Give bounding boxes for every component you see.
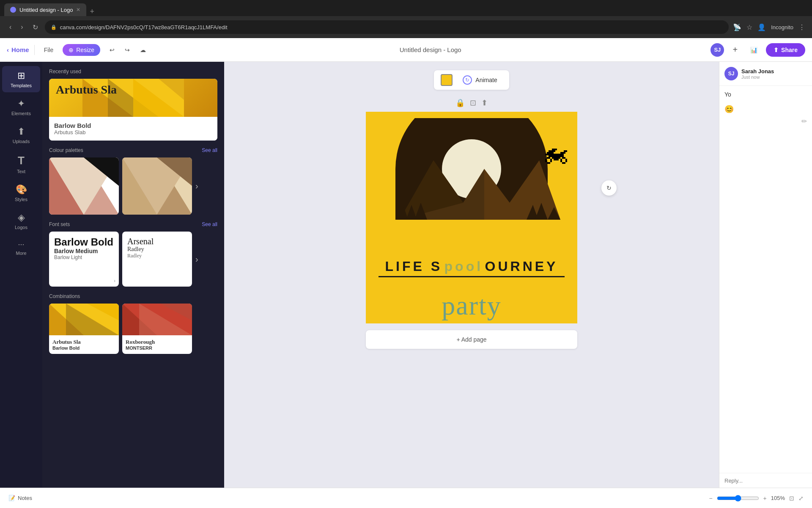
address-bar[interactable]: 🔒 canva.com/design/DAFNV2ps0cQ/T17wz8eaG… bbox=[45, 20, 729, 34]
canvas-frame-icons: 🔒 ⊡ ⬆ bbox=[455, 98, 488, 108]
sidebar-item-more[interactable]: ··· More bbox=[2, 236, 40, 260]
motocross-rider: 🏍 bbox=[542, 137, 569, 168]
uploads-icon: ⬆ bbox=[17, 126, 25, 137]
fs2-name3: Radley bbox=[127, 253, 187, 259]
rotate-circle[interactable]: ↻ bbox=[601, 180, 617, 196]
zoom-controls: − + 105% ⊡ ⤢ bbox=[709, 495, 804, 502]
animate-button[interactable]: ↻ Animate bbox=[458, 73, 502, 87]
menu-icon[interactable]: ⋮ bbox=[798, 23, 805, 31]
save-button[interactable]: ☁ bbox=[136, 44, 150, 56]
palette-card-2[interactable] bbox=[122, 157, 192, 215]
add-page-label: + Add page bbox=[456, 336, 486, 343]
fontsets-next-icon[interactable]: › bbox=[195, 254, 198, 264]
export-icon[interactable]: ⬆ bbox=[481, 98, 488, 108]
share-icon: ⬆ bbox=[774, 47, 779, 53]
underline1 bbox=[379, 276, 565, 277]
sidebar-item-logos[interactable]: ◈ Logos bbox=[2, 208, 40, 234]
combo-card-2[interactable]: Roxborough MONTSERR bbox=[122, 304, 192, 354]
tab-close-btn[interactable]: ✕ bbox=[76, 7, 80, 13]
font-sets-header: Font sets See all bbox=[49, 221, 217, 227]
profile-icon[interactable]: 👤 bbox=[757, 23, 766, 31]
comment-time: Just now bbox=[741, 75, 774, 80]
canvas-area: ↻ Animate 🔒 ⊡ ⬆ bbox=[224, 62, 719, 488]
home-chevron-icon: ‹ bbox=[7, 46, 9, 53]
journey-text: OURNEY bbox=[485, 259, 558, 274]
toolbar-right: SJ + 📊 ⬆ Share bbox=[710, 42, 805, 57]
app: ‹ Home File ⊕ Resize ↩ ↪ ☁ Untitled desi… bbox=[0, 38, 812, 508]
combinations-label: Combinations bbox=[49, 293, 80, 299]
new-tab-button[interactable]: + bbox=[90, 7, 94, 16]
reload-button[interactable]: ↻ bbox=[30, 22, 41, 33]
back-button[interactable]: ‹ bbox=[7, 22, 14, 33]
lock-canvas-icon[interactable]: 🔒 bbox=[455, 98, 465, 108]
zoom-out-icon[interactable]: − bbox=[709, 495, 712, 502]
sidebar-item-elements[interactable]: ✦ Elements bbox=[2, 94, 40, 120]
cursor-hint: › bbox=[114, 278, 115, 283]
fit-page-icon[interactable]: ⊡ bbox=[789, 495, 794, 502]
cast-icon[interactable]: 📡 bbox=[733, 23, 741, 31]
elements-icon: ✦ bbox=[17, 98, 25, 109]
sidebar-item-uploads[interactable]: ⬆ Uploads bbox=[2, 122, 40, 148]
edit-comment-icon[interactable]: ✏ bbox=[719, 116, 812, 127]
life-journey-text: LIFE S pool OURNEY bbox=[366, 259, 577, 279]
fontset-card-1[interactable]: Barlow Bold Barlow Medium Barlow Light › bbox=[49, 232, 119, 287]
palette-svg-2 bbox=[122, 157, 192, 215]
lock-icon: 🔒 bbox=[51, 25, 57, 30]
file-button[interactable]: File bbox=[40, 44, 58, 56]
add-page-button[interactable]: + Add page bbox=[366, 330, 577, 349]
reply-input[interactable] bbox=[724, 478, 807, 484]
analytics-button[interactable]: 📊 bbox=[746, 44, 762, 56]
ru-font2: Barlow Bold bbox=[54, 122, 212, 129]
zoom-slider[interactable] bbox=[717, 495, 759, 502]
combo-card-1[interactable]: Arbutus Sla Barlow Bold bbox=[49, 304, 119, 354]
toolbar-history: ↩ ↪ ☁ bbox=[105, 44, 150, 56]
comment-reply-area[interactable] bbox=[719, 473, 812, 488]
app-toolbar: ‹ Home File ⊕ Resize ↩ ↪ ☁ Untitled desi… bbox=[0, 38, 812, 62]
add-button[interactable]: + bbox=[728, 42, 742, 57]
fullscreen-icon[interactable]: ⤢ bbox=[798, 495, 804, 502]
forward-button[interactable]: › bbox=[18, 22, 25, 33]
comment-text: Yo bbox=[719, 86, 812, 103]
recently-used-card[interactable]: Arbutus Sla Barlow Bold Arbutus Slab bbox=[49, 79, 217, 141]
palette-next-icon[interactable]: › bbox=[195, 181, 198, 191]
zoom-in-icon[interactable]: + bbox=[763, 495, 767, 502]
combo1-font1: Arbutus Sla bbox=[52, 339, 115, 345]
combinations-header: Combinations bbox=[49, 293, 217, 299]
color-swatch[interactable] bbox=[441, 74, 453, 86]
palettes-see-all[interactable]: See all bbox=[202, 147, 217, 153]
combo-svg-2 bbox=[122, 304, 192, 335]
share-button[interactable]: ⬆ Share bbox=[766, 43, 805, 57]
comment-user: SJ Sarah Jonas Just now bbox=[719, 62, 812, 86]
design-canvas[interactable]: 🏍 LIFE S pool OURNEY party bbox=[366, 112, 577, 323]
active-tab[interactable]: Untitled design - Logo ✕ bbox=[4, 3, 86, 16]
sidebar-item-templates[interactable]: ⊞ Templates bbox=[2, 66, 40, 92]
replace-icon[interactable]: ⊡ bbox=[470, 98, 476, 108]
fontset-card-2[interactable]: Arsenal Radley Radley bbox=[122, 232, 192, 287]
share-label: Share bbox=[781, 47, 798, 53]
ru-fonts: Barlow Bold Arbutus Slab bbox=[49, 117, 217, 141]
browser-chrome: Untitled design - Logo ✕ + ‹ › ↻ 🔒 canva… bbox=[0, 0, 812, 38]
ru-font3: Arbutus Slab bbox=[54, 129, 212, 135]
redo-button[interactable]: ↪ bbox=[121, 44, 134, 56]
combo-fonts-2: Roxborough MONTSERR bbox=[122, 335, 192, 354]
tab-favicon bbox=[10, 7, 16, 13]
sidebar-item-styles[interactable]: 🎨 Styles bbox=[2, 180, 40, 206]
ru-font-preview: Arbutus Sla bbox=[56, 83, 117, 97]
animate-label: Animate bbox=[475, 77, 497, 83]
fontsets-see-all[interactable]: See all bbox=[202, 221, 217, 227]
resize-button[interactable]: ⊕ Resize bbox=[63, 44, 100, 56]
undo-button[interactable]: ↩ bbox=[105, 44, 119, 56]
bookmark-icon[interactable]: ☆ bbox=[746, 23, 752, 31]
tab-bar: Untitled design - Logo ✕ + bbox=[0, 0, 812, 16]
font-sets-label: Font sets bbox=[49, 221, 70, 227]
color-palettes-header: Colour palettes See all bbox=[49, 147, 217, 153]
canvas-rotate-tool[interactable]: ↻ bbox=[601, 180, 617, 196]
ru-preview: Arbutus Sla bbox=[49, 79, 217, 117]
palette-card-1[interactable] bbox=[49, 157, 119, 215]
notes-button[interactable]: 📝 Notes bbox=[8, 495, 32, 501]
logos-icon: ◈ bbox=[18, 212, 25, 223]
more-icon: ··· bbox=[18, 240, 24, 249]
toolbar-title: Untitled design - Logo bbox=[155, 46, 705, 53]
home-button[interactable]: ‹ Home bbox=[7, 46, 29, 53]
sidebar-item-text[interactable]: T Text bbox=[2, 150, 40, 178]
